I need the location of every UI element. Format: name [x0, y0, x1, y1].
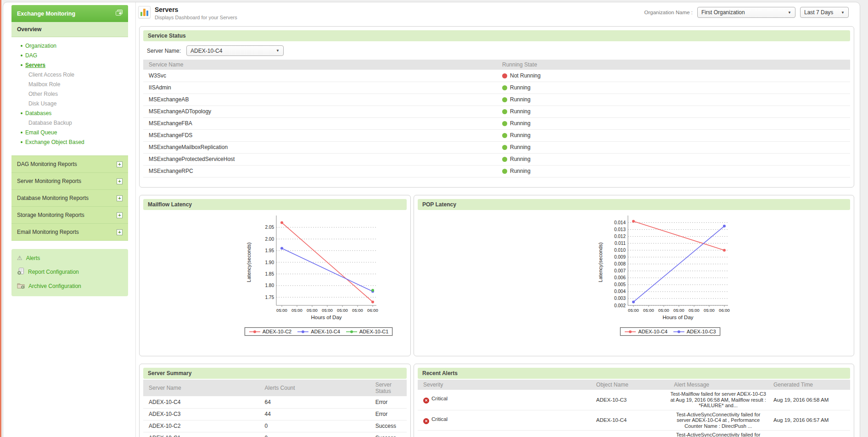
- server-name-label: Server Name:: [147, 48, 181, 54]
- server-name-select[interactable]: ADEX-10-C4 ▼: [186, 45, 284, 56]
- service-row: MSExchangeProtectedServiceHostRunning: [143, 153, 850, 165]
- service-status-title: Service Status: [143, 30, 850, 41]
- sidebar-item-disk-usage[interactable]: Disk Usage: [11, 99, 128, 109]
- period-select[interactable]: Last 7 Days ▼: [800, 7, 849, 18]
- server-summary-title: Server Summary: [143, 368, 407, 379]
- svg-text:05:00: 05:00: [704, 308, 715, 313]
- svg-text:05:00: 05:00: [307, 308, 318, 313]
- svg-text:05:00: 05:00: [628, 308, 639, 313]
- server-summary-row: ADEX-10-C464Error: [143, 396, 407, 408]
- archive-config-icon: [17, 282, 25, 290]
- archive-configuration-link[interactable]: Archive Configuration: [17, 282, 123, 290]
- svg-text:2.05: 2.05: [265, 225, 274, 230]
- alert-row: ✕Critical ADEX-10-C3 Test-ActiveSyncConn…: [418, 431, 850, 437]
- svg-text:0.007: 0.007: [614, 268, 626, 273]
- svg-text:1.85: 1.85: [265, 271, 274, 277]
- sidebar-nav: Organization DAG Servers Client Access R…: [11, 37, 128, 153]
- sidebar-item-database-backup[interactable]: Database Backup: [11, 118, 128, 128]
- svg-text:06:00: 06:00: [367, 308, 378, 313]
- topbar-controls: Organization Name : First Organization ▼…: [644, 7, 849, 18]
- exchange-monitoring-dashboard: { "header": { "title": "Servers", "subti…: [0, 0, 868, 437]
- sidebar-section-storage-monitoring-reports[interactable]: Storage Monitoring Reports+: [11, 207, 128, 224]
- chart-canvas: 0.0140.0130.0120.0110.0100.0090.0080.007…: [592, 213, 748, 325]
- sidebar-item-email-queue[interactable]: Email Queue: [11, 128, 128, 138]
- svg-text:05:00: 05:00: [276, 308, 287, 313]
- legend-marker-icon: [297, 330, 309, 334]
- page-title: Servers: [155, 6, 237, 13]
- sidebar-item-databases[interactable]: Databases: [11, 109, 128, 118]
- critical-icon: ✕: [423, 398, 429, 404]
- sidebar-item-client-access-role[interactable]: Client Access Role: [11, 70, 128, 80]
- recent-alerts-title: Recent Alerts: [418, 368, 850, 379]
- server-name-row: Server Name: ADEX-10-C4 ▼: [143, 45, 850, 56]
- server-summary-panel: Server Summary Server Name Alerts Count …: [139, 364, 411, 437]
- sidebar-item-exchange-object-based[interactable]: Exchange Object Based: [11, 138, 128, 147]
- bullet-icon: [21, 55, 22, 56]
- legend-item: ADEX-10-C4: [297, 329, 340, 334]
- bullet-icon: [21, 132, 22, 133]
- sidebar-item-servers[interactable]: Servers: [11, 61, 128, 70]
- sidebar-item-mailbox-role[interactable]: Mailbox Role: [11, 80, 128, 89]
- column-header: Service Name: [143, 60, 497, 70]
- service-row: MSExchangeMailboxReplicationRunning: [143, 141, 850, 153]
- sidebar-section-email-monitoring-reports[interactable]: Email Monitoring Reports+: [11, 224, 128, 241]
- add-dashboard-icon[interactable]: [116, 10, 123, 17]
- svg-text:2.00: 2.00: [265, 237, 274, 242]
- svg-text:0.013: 0.013: [614, 227, 626, 232]
- expand-plus-icon[interactable]: +: [117, 161, 123, 167]
- service-row: MSExchangeRPCRunning: [143, 165, 850, 177]
- sidebar: Exchange Monitoring Overview Organizatio…: [11, 5, 128, 296]
- mailflow-latency-title: Mailflow Latency: [143, 199, 407, 210]
- svg-text:1.80: 1.80: [265, 283, 274, 288]
- svg-text:Hours of Day: Hours of Day: [311, 315, 342, 320]
- organization-select[interactable]: First Organization ▼: [697, 7, 795, 18]
- expand-plus-icon[interactable]: +: [117, 178, 123, 184]
- expand-plus-icon[interactable]: +: [117, 229, 123, 235]
- left-accent-bar: [0, 0, 1, 437]
- svg-text:0.008: 0.008: [614, 261, 626, 266]
- page-subtitle: Displays Dashboard for your Servers: [155, 15, 237, 20]
- sidebar-section-database-monitoring-reports[interactable]: Database Monitoring Reports+: [11, 190, 128, 207]
- alert-warning-icon: ⚠: [17, 255, 22, 261]
- expand-plus-icon[interactable]: +: [117, 212, 123, 218]
- expand-plus-icon[interactable]: +: [117, 195, 123, 201]
- alerts-link[interactable]: ⚠ Alerts: [17, 255, 123, 261]
- sidebar-section-overview[interactable]: Overview: [11, 22, 128, 37]
- bullet-icon: [21, 64, 22, 66]
- bar-chart-icon: [138, 6, 151, 18]
- sidebar-section-dag-monitoring-reports[interactable]: DAG Monitoring Reports+: [11, 155, 128, 173]
- sidebar-header: Exchange Monitoring: [11, 5, 128, 22]
- service-row: MSExchangeABRunning: [143, 94, 850, 105]
- server-summary-row: ADEX-10-C10Success: [143, 432, 407, 437]
- sidebar-footer: ⚠ Alerts Report Configuration Archive Co…: [11, 249, 128, 296]
- critical-icon: ✕: [423, 418, 429, 424]
- legend-marker-icon: [673, 330, 685, 334]
- server-summary-row: ADEX-10-C20Success: [143, 420, 407, 432]
- service-row: MSExchangeFDSRunning: [143, 129, 850, 141]
- chart-canvas: 2.052.001.951.901.851.801.7505:0005:0005…: [241, 213, 397, 325]
- svg-text:Latency(seconds): Latency(seconds): [598, 243, 603, 282]
- sidebar-item-organization[interactable]: Organization: [11, 41, 128, 51]
- svg-text:05:00: 05:00: [352, 308, 363, 313]
- page-header: Servers Displays Dashboard for your Serv…: [138, 6, 237, 20]
- status-dot: [502, 133, 507, 138]
- svg-text:05:00: 05:00: [658, 308, 669, 313]
- bullet-icon: [21, 112, 22, 114]
- svg-text:Latency(seconds): Latency(seconds): [246, 243, 252, 282]
- column-header: Server Name: [143, 380, 259, 396]
- report-config-icon: [17, 267, 24, 276]
- caret-down-icon: ▼: [788, 11, 791, 15]
- legend-marker-icon: [346, 330, 358, 334]
- svg-text:0.011: 0.011: [615, 241, 626, 246]
- pop-latency-title: POP Latency: [418, 199, 850, 210]
- sidebar-section-server-monitoring-reports[interactable]: Server Monitoring Reports+: [11, 173, 128, 190]
- server-summary-row: ADEX-10-C344Error: [143, 408, 407, 420]
- svg-text:0.014: 0.014: [614, 220, 626, 225]
- svg-text:0.009: 0.009: [614, 254, 626, 260]
- sidebar-item-other-roles[interactable]: Other Roles: [11, 89, 128, 99]
- organization-name-label: Organization Name :: [644, 10, 693, 15]
- mailflow-latency-panel: Mailflow Latency 2.052.001.951.901.851.8…: [139, 195, 411, 356]
- report-configuration-link[interactable]: Report Configuration: [17, 267, 123, 276]
- alert-row: ✕Critical ADEX-10-C3 Test-Mailflow faile…: [418, 390, 850, 410]
- sidebar-item-dag[interactable]: DAG: [11, 51, 128, 61]
